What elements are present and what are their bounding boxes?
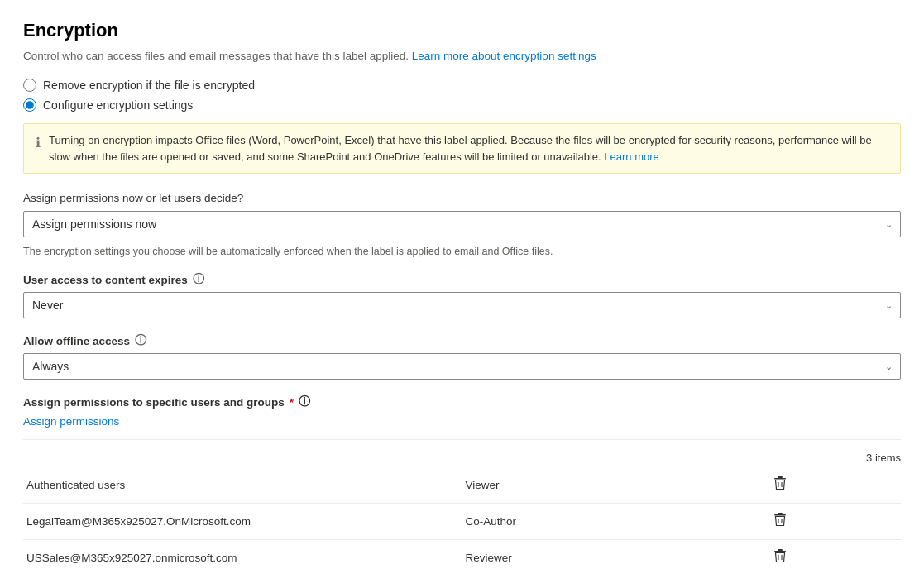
- remove-encryption-radio[interactable]: [23, 79, 36, 92]
- required-star: *: [290, 396, 294, 409]
- delete-cell-0: [769, 467, 901, 504]
- permissions-dropdown-label: Assign permissions now or let users deci…: [23, 192, 901, 204]
- table-row: Authenticated users Viewer: [23, 467, 901, 504]
- role-cell-0: Viewer: [462, 467, 769, 504]
- user-access-title: User access to content expires ⓘ: [23, 272, 901, 287]
- user-access-info-icon: ⓘ: [193, 272, 204, 287]
- items-count: 3 items: [23, 452, 901, 464]
- user-cell-2: USSales@M365x925027.onmicrosoft.com: [23, 540, 462, 576]
- offline-access-select[interactable]: Always Only for a number of days Never: [23, 353, 901, 380]
- remove-encryption-label: Remove encryption if the file is encrypt…: [43, 79, 255, 92]
- user-access-section: User access to content expires ⓘ Never O…: [23, 272, 901, 318]
- warning-info-icon: ℹ: [36, 133, 41, 165]
- svg-rect-0: [778, 476, 783, 478]
- permissions-select[interactable]: Assign permissions now Let users assign …: [23, 211, 901, 237]
- role-cell-1: Co-Author: [462, 504, 769, 540]
- offline-access-info-icon: ⓘ: [135, 333, 146, 348]
- assign-permissions-info-icon: ⓘ: [299, 394, 310, 409]
- delete-row-0-button[interactable]: [773, 476, 788, 495]
- configure-encryption-radio[interactable]: [23, 98, 36, 112]
- role-cell-2: Reviewer: [462, 540, 769, 576]
- offline-access-section: Allow offline access ⓘ Always Only for a…: [23, 333, 901, 380]
- assign-permissions-link[interactable]: Assign permissions: [23, 415, 119, 428]
- warning-banner: ℹ Turning on encryption impacts Office f…: [23, 123, 901, 174]
- table-row: LegalTeam@M365x925027.OnMicrosoft.com Co…: [23, 504, 901, 540]
- configure-encryption-label: Configure encryption settings: [43, 98, 193, 112]
- table-row: USSales@M365x925027.onmicrosoft.com Revi…: [23, 540, 901, 576]
- permissions-dropdown-section: Assign permissions now or let users deci…: [23, 192, 901, 257]
- permissions-table-body: Authenticated users Viewer LegalTeam@M36…: [23, 467, 901, 576]
- offline-access-select-wrapper: Always Only for a number of days Never ⌄: [23, 353, 901, 380]
- user-cell-1: LegalTeam@M365x925027.OnMicrosoft.com: [23, 504, 462, 540]
- page-title: Encryption: [23, 20, 901, 41]
- permissions-table: Authenticated users Viewer LegalTeam@M36…: [23, 467, 901, 576]
- user-access-select-wrapper: Never On a specific date A number of day…: [23, 292, 901, 318]
- delete-row-2-button[interactable]: [773, 548, 788, 567]
- learn-more-encryption-link[interactable]: Learn more about encryption settings: [412, 50, 596, 62]
- remove-encryption-option[interactable]: Remove encryption if the file is encrypt…: [23, 79, 901, 92]
- assign-permissions-title: Assign permissions to specific users and…: [23, 394, 901, 409]
- delete-cell-2: [769, 540, 901, 576]
- permissions-helper-text: The encryption settings you choose will …: [23, 246, 901, 257]
- delete-row-1-button[interactable]: [773, 512, 788, 531]
- page-subtitle: Control who can access files and email m…: [23, 50, 901, 62]
- assign-permissions-section: Assign permissions to specific users and…: [23, 394, 901, 428]
- table-divider: [23, 439, 901, 440]
- delete-cell-1: [769, 504, 901, 540]
- svg-rect-4: [778, 513, 783, 514]
- svg-rect-9: [774, 551, 786, 552]
- configure-encryption-option[interactable]: Configure encryption settings: [23, 98, 901, 112]
- offline-access-title: Allow offline access ⓘ: [23, 333, 901, 348]
- svg-rect-5: [774, 514, 786, 516]
- svg-rect-8: [778, 549, 783, 551]
- user-cell-0: Authenticated users: [23, 467, 462, 504]
- permissions-select-wrapper: Assign permissions now Let users assign …: [23, 211, 901, 237]
- user-access-select[interactable]: Never On a specific date A number of day…: [23, 292, 901, 318]
- svg-rect-1: [774, 478, 786, 480]
- warning-text: Turning on encryption impacts Office fil…: [49, 132, 888, 165]
- encryption-radio-group: Remove encryption if the file is encrypt…: [23, 79, 901, 112]
- warning-learn-more-link[interactable]: Learn more: [604, 151, 658, 163]
